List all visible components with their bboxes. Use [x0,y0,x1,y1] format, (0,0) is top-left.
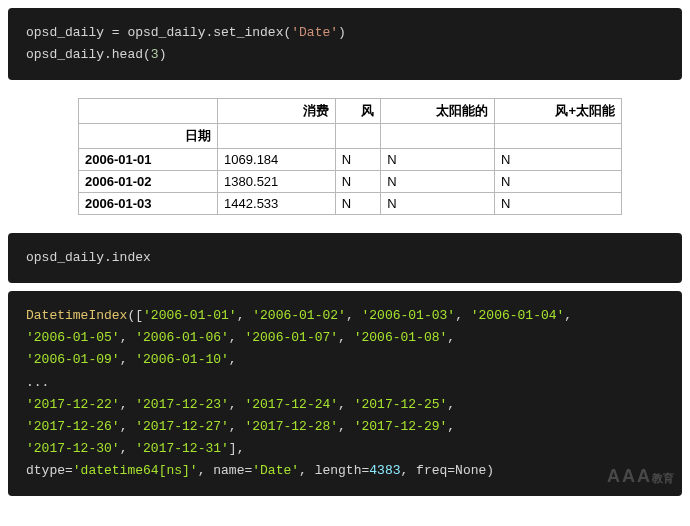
table-cell: N [335,193,380,215]
output-date: '2017-12-28' [244,419,338,434]
code-cell-2: opsd_daily.index [8,233,682,283]
output-ellipsis: ... [26,375,49,390]
output-date: '2006-01-07' [244,330,338,345]
code-token: ) [159,47,167,62]
code-token-number: 3 [151,47,159,62]
watermark: AAA教育 [607,461,674,492]
table-header-row: 消费 风 太阳能的 风+太阳能 [79,99,622,124]
code-token: ) [338,25,346,40]
output-token: ([ [127,308,143,323]
output-date: '2017-12-22' [26,397,120,412]
table-cell: N [494,149,621,171]
row-index: 2006-01-02 [79,171,218,193]
table-body: 2006-01-01 1069.184 N N N 2006-01-02 138… [79,149,622,215]
table-row: 2006-01-02 1380.521 N N N [79,171,622,193]
output-date: '2017-12-26' [26,419,120,434]
output-date: '2017-12-29' [354,419,448,434]
output-classname: DatetimeIndex [26,308,127,323]
empty-cell [381,124,495,149]
empty-cell [218,124,336,149]
output-date: '2006-01-10' [135,352,229,367]
table-cell: 1069.184 [218,149,336,171]
watermark-main: AAA [607,466,652,486]
column-header: 消费 [218,99,336,124]
dataframe-output: 消费 风 太阳能的 风+太阳能 日期 2006-01-01 1069.184 N… [8,80,682,233]
table-cell: N [335,171,380,193]
row-index: 2006-01-01 [79,149,218,171]
code-token: = opsd_daily.set_index( [104,25,291,40]
output-date: '2006-01-09' [26,352,120,367]
table-row: 2006-01-03 1442.533 N N N [79,193,622,215]
watermark-sub: 教育 [652,472,674,484]
row-index: 2006-01-03 [79,193,218,215]
output-date: '2006-01-04' [471,308,565,323]
dataframe-table: 消费 风 太阳能的 风+太阳能 日期 2006-01-01 1069.184 N… [78,98,622,215]
output-token: dtype= [26,463,73,478]
table-cell: N [335,149,380,171]
output-date: '2017-12-24' [244,397,338,412]
output-dtype: 'datetime64[ns]' [73,463,198,478]
output-date: '2017-12-25' [354,397,448,412]
table-head: 消费 风 太阳能的 风+太阳能 日期 [79,99,622,149]
table-cell: N [381,171,495,193]
output-date: '2006-01-05' [26,330,120,345]
output-date: '2017-12-30' [26,441,120,456]
code-token: opsd_daily [26,25,104,40]
output-date: '2006-01-08' [354,330,448,345]
code-cell-1: opsd_daily = opsd_daily.set_index('Date'… [8,8,682,80]
code-token: opsd_daily.head( [26,47,151,62]
column-header: 太阳能的 [381,99,495,124]
table-cell: N [494,171,621,193]
table-index-label-row: 日期 [79,124,622,149]
output-date: '2017-12-27' [135,419,229,434]
code-token-string: 'Date' [291,25,338,40]
output-cell: DatetimeIndex(['2006-01-01', '2006-01-02… [8,291,682,496]
empty-cell [335,124,380,149]
index-label: 日期 [79,124,218,149]
output-token: , length= [299,463,369,478]
output-token: , name= [198,463,253,478]
output-date: '2006-01-02' [252,308,346,323]
output-length: 4383 [369,463,400,478]
table-cell: 1442.533 [218,193,336,215]
output-date: '2006-01-03' [362,308,456,323]
output-date: '2006-01-06' [135,330,229,345]
table-corner-cell [79,99,218,124]
table-cell: N [381,149,495,171]
table-cell: N [494,193,621,215]
table-row: 2006-01-01 1069.184 N N N [79,149,622,171]
output-date: '2006-01-01' [143,308,237,323]
code-token: opsd_daily.index [26,250,151,265]
output-date: '2017-12-23' [135,397,229,412]
column-header: 风+太阳能 [494,99,621,124]
table-cell: 1380.521 [218,171,336,193]
table-cell: N [381,193,495,215]
empty-cell [494,124,621,149]
output-token: , freq=None) [401,463,495,478]
output-name: 'Date' [252,463,299,478]
output-date: '2017-12-31' [135,441,229,456]
output-token: ], [229,441,245,456]
column-header: 风 [335,99,380,124]
